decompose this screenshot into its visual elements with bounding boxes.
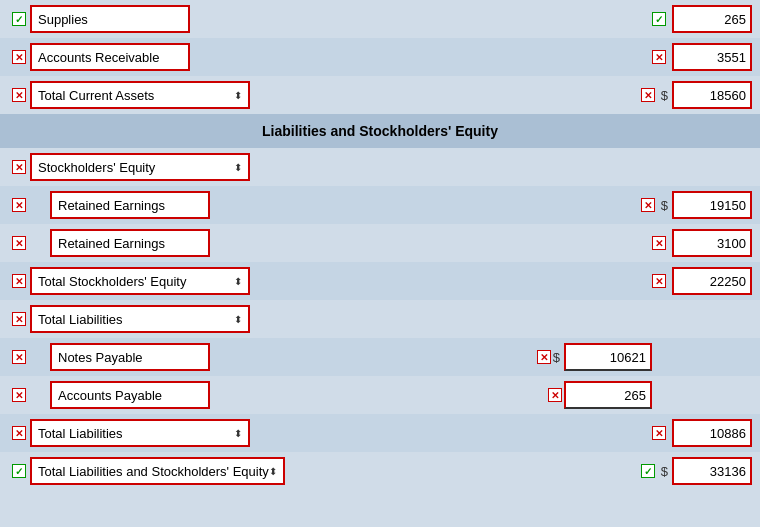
checkbox-red-icon-se[interactable]: ✕ (12, 160, 26, 174)
tse-amount-section: ✕ 22250 (652, 267, 752, 295)
checkbox-left-tse[interactable]: ✕ (8, 274, 30, 288)
tl2-amount-section: ✕ 10886 (652, 419, 752, 447)
dollar-tle: $ (661, 464, 668, 479)
tse-amount[interactable]: 22250 (672, 267, 752, 295)
accounts-receivable-label[interactable]: Accounts Receivable (30, 43, 190, 71)
checkbox-left-tca[interactable]: ✕ (8, 88, 30, 102)
checkbox-red-icon-np[interactable]: ✕ (12, 350, 26, 364)
checkbox-left-ar[interactable]: ✕ (8, 50, 30, 64)
ap-amount[interactable]: 265 (564, 381, 652, 409)
total-liabilities-2-label[interactable]: Total Liabilities ⬍ (30, 419, 250, 447)
np-mid-amount-section: ✕ $ 10621 (537, 343, 652, 371)
checkbox-red-icon-tse[interactable]: ✕ (12, 274, 26, 288)
row-total-liabilities-1: ✕ Total Liabilities ⬍ (0, 300, 760, 338)
row-total-current-assets: ✕ Total Current Assets ⬍ ✕ $ 18560 (0, 76, 760, 114)
checkbox-red-icon-ap[interactable]: ✕ (12, 388, 26, 402)
checkbox-left-re2[interactable]: ✕ (8, 236, 30, 250)
checkbox-right-tl2[interactable]: ✕ (652, 426, 666, 440)
checkbox-green-icon[interactable]: ✓ (12, 12, 26, 26)
checkbox-mid-np[interactable]: ✕ (537, 350, 551, 364)
row-supplies: ✓ Supplies ✓ 265 (0, 0, 760, 38)
ap-mid-amount-section: ✕ 265 (548, 381, 652, 409)
checkbox-right-tse[interactable]: ✕ (652, 274, 666, 288)
checkbox-mid-ap[interactable]: ✕ (548, 388, 562, 402)
tca-amount-section: ✕ $ 18560 (641, 81, 752, 109)
notes-payable-label[interactable]: Notes Payable (50, 343, 210, 371)
np-amount[interactable]: 10621 (564, 343, 652, 371)
dropdown-arrow-tca: ⬍ (234, 90, 242, 101)
total-liabilities-equity-label[interactable]: Total Liabilities and Stockholders' Equi… (30, 457, 285, 485)
supplies-label[interactable]: Supplies (30, 5, 190, 33)
checkbox-red-icon-tca[interactable]: ✕ (12, 88, 26, 102)
supplies-amount-section: ✓ 265 (652, 5, 752, 33)
checkbox-left-tl2[interactable]: ✕ (8, 426, 30, 440)
row-retained-earnings-1: ✕ Retained Earnings ✕ $ 19150 (0, 186, 760, 224)
dropdown-arrow-tle: ⬍ (269, 466, 277, 477)
row-stockholders-equity: ✕ Stockholders' Equity ⬍ (0, 148, 760, 186)
checkbox-red-icon-re2[interactable]: ✕ (12, 236, 26, 250)
checkbox-red-icon[interactable]: ✕ (12, 50, 26, 64)
dropdown-arrow-tl2: ⬍ (234, 428, 242, 439)
total-stockholders-equity-label[interactable]: Total Stockholders' Equity ⬍ (30, 267, 250, 295)
re1-amount-section: ✕ $ 19150 (641, 191, 752, 219)
row-accounts-receivable: ✕ Accounts Receivable ✕ 3551 (0, 38, 760, 76)
dropdown-arrow-tl1: ⬍ (234, 314, 242, 325)
checkbox-red-icon-re1[interactable]: ✕ (12, 198, 26, 212)
row-notes-payable: ✕ Notes Payable ✕ $ 10621 (0, 338, 760, 376)
checkbox-left-re1[interactable]: ✕ (8, 198, 30, 212)
tl2-amount[interactable]: 10886 (672, 419, 752, 447)
main-container: ✓ Supplies ✓ 265 ✕ Accounts Receivable ✕… (0, 0, 760, 490)
dropdown-arrow-se: ⬍ (234, 162, 242, 173)
re2-amount[interactable]: 3100 (672, 229, 752, 257)
checkbox-left-se[interactable]: ✕ (8, 160, 30, 174)
dollar-re1: $ (661, 198, 668, 213)
dollar-mid-np: $ (553, 350, 560, 365)
row-retained-earnings-2: ✕ Retained Earnings ✕ 3100 (0, 224, 760, 262)
checkbox-green-icon-tle[interactable]: ✓ (12, 464, 26, 478)
checkbox-left-tl1[interactable]: ✕ (8, 312, 30, 326)
total-current-assets-label[interactable]: Total Current Assets ⬍ (30, 81, 250, 109)
tle-amount[interactable]: 33136 (672, 457, 752, 485)
checkbox-right-re1[interactable]: ✕ (641, 198, 655, 212)
checkbox-left-tle[interactable]: ✓ (8, 464, 30, 478)
tle-amount-section: ✓ $ 33136 (641, 457, 752, 485)
re2-amount-section: ✕ 3100 (652, 229, 752, 257)
retained-earnings-2-label[interactable]: Retained Earnings (50, 229, 210, 257)
checkbox-right-tca[interactable]: ✕ (641, 88, 655, 102)
dollar-tca: $ (661, 88, 668, 103)
accounts-payable-label[interactable]: Accounts Payable (50, 381, 210, 409)
re1-amount[interactable]: 19150 (672, 191, 752, 219)
row-total-liabilities-2: ✕ Total Liabilities ⬍ ✕ 10886 (0, 414, 760, 452)
checkbox-left-ap[interactable]: ✕ (8, 388, 30, 402)
dropdown-arrow-tse: ⬍ (234, 276, 242, 287)
checkbox-right-supplies[interactable]: ✓ (652, 12, 666, 26)
row-total-liabilities-equity: ✓ Total Liabilities and Stockholders' Eq… (0, 452, 760, 490)
liabilities-header: Liabilities and Stockholders' Equity (0, 114, 760, 148)
ar-amount[interactable]: 3551 (672, 43, 752, 71)
checkbox-left-np[interactable]: ✕ (8, 350, 30, 364)
stockholders-equity-label[interactable]: Stockholders' Equity ⬍ (30, 153, 250, 181)
checkbox-red-icon-tl1[interactable]: ✕ (12, 312, 26, 326)
checkbox-left-supplies[interactable]: ✓ (8, 12, 30, 26)
checkbox-red-icon-tl2[interactable]: ✕ (12, 426, 26, 440)
total-liabilities-1-label[interactable]: Total Liabilities ⬍ (30, 305, 250, 333)
supplies-amount[interactable]: 265 (672, 5, 752, 33)
checkbox-right-re2[interactable]: ✕ (652, 236, 666, 250)
checkbox-right-ar[interactable]: ✕ (652, 50, 666, 64)
row-accounts-payable: ✕ Accounts Payable ✕ 265 (0, 376, 760, 414)
retained-earnings-1-label[interactable]: Retained Earnings (50, 191, 210, 219)
ar-amount-section: ✕ 3551 (652, 43, 752, 71)
row-total-stockholders-equity: ✕ Total Stockholders' Equity ⬍ ✕ 22250 (0, 262, 760, 300)
checkbox-right-tle[interactable]: ✓ (641, 464, 655, 478)
tca-amount[interactable]: 18560 (672, 81, 752, 109)
